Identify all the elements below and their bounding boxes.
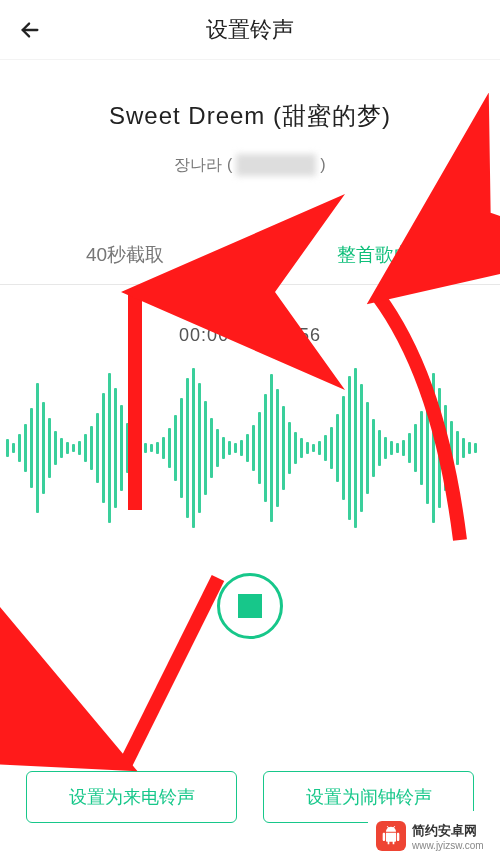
waveform-bar <box>366 402 369 494</box>
waveform-bar <box>444 405 447 491</box>
waveform-bar <box>300 438 303 458</box>
waveform-bar <box>48 418 51 478</box>
waveform-bar <box>288 422 291 474</box>
waveform-bar <box>216 429 219 467</box>
waveform-bar <box>312 444 315 452</box>
waveform-bar <box>198 383 201 513</box>
time-total: 03:56 <box>271 325 321 345</box>
waveform-bar <box>138 439 141 457</box>
waveform-bar <box>276 389 279 507</box>
time-display: 00:00 | 03:56 <box>0 325 500 346</box>
song-info: Sweet Dreem (甜蜜的梦) 장나라 ( ) <box>0 60 500 186</box>
waveform-bar <box>360 384 363 512</box>
waveform-bar <box>336 414 339 482</box>
waveform-bar <box>408 433 411 463</box>
time-current: 00:00 <box>179 325 229 345</box>
waveform-bar <box>162 437 165 459</box>
stop-icon <box>238 594 262 618</box>
waveform-bar <box>204 401 207 495</box>
waveform-bar <box>156 442 159 454</box>
artist-close-paren: ) <box>320 156 325 174</box>
waveform-bar <box>420 411 423 485</box>
page-title: 设置铃声 <box>206 15 294 45</box>
waveform-bar <box>54 431 57 465</box>
tab-40s-clip[interactable]: 40秒截取 <box>0 226 250 284</box>
waveform-bar <box>60 438 63 458</box>
waveform-bar <box>264 394 267 502</box>
artist-name: 장나라 ( <box>174 155 232 176</box>
waveform-bar <box>246 434 249 462</box>
waveform-bar <box>354 368 357 528</box>
waveform-bar <box>396 443 399 453</box>
waveform-bar <box>258 412 261 484</box>
waveform-bar <box>402 440 405 456</box>
waveform-bar <box>90 426 93 470</box>
waveform-bar <box>342 396 345 500</box>
tab-full-song[interactable]: 整首歌曲 <box>250 226 500 284</box>
waveform-bar <box>270 374 273 522</box>
waveform-bar <box>450 421 453 475</box>
waveform-bar <box>426 392 429 504</box>
back-icon[interactable] <box>14 14 46 46</box>
watermark-title: 简约安卓网 <box>412 822 484 840</box>
waveform-bar <box>372 419 375 477</box>
waveform-bar <box>168 428 171 468</box>
waveform-bar <box>348 376 351 520</box>
waveform-bar <box>24 424 27 472</box>
waveform-bar <box>102 393 105 503</box>
set-call-ringtone-button[interactable]: 设置为来电铃声 <box>26 771 237 823</box>
waveform-bar <box>438 388 441 508</box>
waveform-bar <box>474 443 477 453</box>
stop-button[interactable] <box>217 573 283 639</box>
waveform-bar <box>378 430 381 466</box>
waveform-bar <box>6 439 9 457</box>
annotation-arrow-3 <box>125 578 218 765</box>
waveform-bar <box>144 443 147 453</box>
waveform-bar <box>234 443 237 453</box>
waveform-bar <box>96 413 99 483</box>
header-bar: 设置铃声 <box>0 0 500 60</box>
waveform-bar <box>12 443 15 453</box>
waveform-bar <box>222 437 225 459</box>
action-row: 设置为来电铃声 设置为闹钟铃声 <box>0 771 500 823</box>
waveform-bar <box>384 437 387 459</box>
waveform-bar <box>120 405 123 491</box>
waveform-bar <box>192 368 195 528</box>
waveform-bar <box>30 408 33 488</box>
waveform-bar <box>228 441 231 455</box>
waveform-bar <box>468 442 471 454</box>
waveform-bar <box>432 373 435 523</box>
waveform-bar <box>174 415 177 481</box>
waveform-bar <box>306 442 309 454</box>
waveform-bar <box>84 434 87 462</box>
waveform-bar <box>72 444 75 452</box>
waveform-bar <box>108 373 111 523</box>
waveform-bar <box>324 435 327 461</box>
artist-row: 장나라 ( ) <box>20 154 480 176</box>
waveform-bar <box>240 440 243 456</box>
watermark-url: www.jyizsw.com <box>412 840 484 851</box>
android-icon <box>376 821 406 851</box>
waveform[interactable] <box>0 358 500 538</box>
waveform-bar <box>114 388 117 508</box>
waveform-bar <box>126 423 129 473</box>
set-alarm-ringtone-button[interactable]: 设置为闹钟铃声 <box>263 771 474 823</box>
waveform-bar <box>330 427 333 469</box>
song-title: Sweet Dreem (甜蜜的梦) <box>20 100 480 132</box>
waveform-bar <box>180 398 183 498</box>
waveform-bar <box>18 434 21 462</box>
mode-tabs: 40秒截取 整首歌曲 <box>0 226 500 285</box>
waveform-bar <box>462 438 465 458</box>
redacted-text <box>236 154 316 176</box>
waveform-bar <box>210 418 213 478</box>
waveform-bar <box>186 378 189 518</box>
waveform-bar <box>42 402 45 494</box>
waveform-bar <box>36 383 39 513</box>
waveform-bar <box>294 432 297 464</box>
waveform-bar <box>150 444 153 452</box>
waveform-bar <box>132 433 135 463</box>
waveform-bar <box>78 441 81 455</box>
time-separator: | <box>247 325 253 345</box>
waveform-bar <box>414 424 417 472</box>
waveform-bar <box>390 441 393 455</box>
